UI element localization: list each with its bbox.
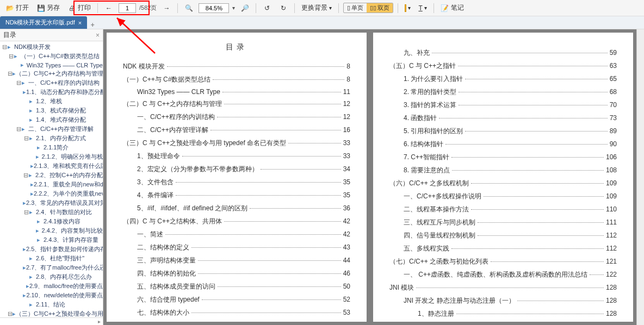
outline-node[interactable]: ⊟▸一、C/C++程序的内训结构 [0, 78, 103, 88]
toggle-icon[interactable]: ⊟ [8, 310, 13, 317]
single-page-button[interactable]: ▯单页 [344, 3, 367, 12]
toc-entry[interactable]: 一、 C++虚函数、纯虚函数、析构函数及虚析构函数的用法总结122 [389, 270, 617, 279]
toc-entry[interactable]: （三）C 与 C++之预处理命令与用 typedef 命名已有类型33 [123, 139, 350, 148]
toc-entry[interactable]: 4. 函数指针73 [389, 114, 617, 123]
outline-node[interactable]: ▸1.3、栈式存储分配 [0, 106, 103, 115]
outline-node[interactable]: ▸2.2.1、重载全局的new和d [0, 180, 103, 189]
note-button[interactable]: 📝笔记 [438, 2, 466, 14]
outline-node[interactable]: ⊟▸2.2、控制C++的内存分配 [0, 171, 103, 180]
outline-node[interactable]: ▸2.1.1简介 [0, 143, 103, 152]
open-button[interactable]: 📂打开 [3, 2, 31, 14]
toc-entry[interactable]: 二、结构体的定义43 [123, 243, 350, 252]
outline-node[interactable]: ▸2.1.2、明确区分堆与栈 [0, 152, 103, 161]
outline-node[interactable]: ▸2.11、结论 [0, 300, 103, 309]
toc-entry[interactable]: 3. 指针的算术运算70 [389, 101, 617, 110]
outline-node[interactable]: ▸2.10、new/delete的使用要点 [0, 291, 103, 300]
zoom-input[interactable] [199, 3, 229, 13]
toc-entry[interactable]: 三、声明结构体变量44 [123, 256, 350, 265]
toggle-icon[interactable]: ⊟ [23, 209, 29, 216]
toc-entry[interactable]: 七、结构体的大小53 [123, 308, 350, 317]
toc-entry[interactable]: 四、信号量线程控制机制112 [389, 231, 617, 240]
outline-node[interactable]: ⊟▸二、C/C++内存管理详解 [0, 124, 103, 134]
toc-entry[interactable]: 一、C/C++多线程操作说明109 [389, 192, 617, 201]
outline-node[interactable]: ▸2.6、杜绝"野指针" [0, 254, 103, 263]
toc-entry[interactable]: （六）C/C++ 之多线程机制109 [389, 179, 617, 188]
toc-entry[interactable]: 6. 结构体指针90 [389, 140, 617, 149]
toggle-icon[interactable]: ⊟ [1, 43, 8, 51]
document-tab[interactable]: NDk模块开发无水印版.pdf × [0, 16, 87, 29]
toggle-icon[interactable]: ⊟ [23, 172, 29, 179]
zoom-out-button[interactable]: 🔍 [182, 3, 195, 14]
toggle-icon[interactable]: ⊟ [8, 70, 13, 77]
outline-node[interactable]: ⊟▸（三）C与C++之预处理命令与用typed [0, 309, 103, 317]
toc-entry[interactable]: 1. 为什么要引入指针65 [389, 74, 617, 84]
scroll-right-icon[interactable]: ▸ [98, 318, 101, 324]
toc-entry[interactable]: 7. C++智能指针106 [389, 153, 617, 162]
toc-entry[interactable]: （七）C/C++ 之函数与初始化列表121 [389, 257, 617, 266]
toc-entry[interactable]: 二、线程基本操作方法110 [389, 205, 617, 214]
outline-node[interactable]: ▸2.4.1修改内容 [0, 217, 103, 226]
sidebar-close-icon[interactable]: × [96, 32, 100, 39]
toggle-icon[interactable]: ⊟ [15, 126, 22, 133]
rotate-left-button[interactable]: ↺ [261, 3, 274, 14]
toggle-icon[interactable]: ⊟ [23, 135, 29, 142]
outline-node[interactable]: ▸2.4.3、计算内存容量 [0, 235, 103, 245]
save-button[interactable]: 💾另存 [34, 2, 62, 14]
toc-entry[interactable]: 三、线程互斥与同步机制111 [389, 218, 617, 227]
toc-entry[interactable]: （五）C 与 C++之指针63 [389, 61, 617, 71]
toc-entry[interactable]: 3、文件包含35 [123, 178, 350, 187]
toc-entry[interactable]: 一、简述42 [123, 230, 350, 239]
new-tab-button[interactable]: + [87, 21, 98, 29]
toc-entry[interactable]: 六、结合使用 typedef52 [123, 295, 350, 304]
outline-node[interactable]: ⊟▸NDK模块开发 [0, 42, 103, 52]
outline-node[interactable]: ▸1.4、堆式存储分配 [0, 115, 103, 124]
toc-entry[interactable]: 5、#if、#ifdef、#if defined 之间的区别36 [123, 204, 350, 213]
zoom-chevron-icon[interactable]: ▾ [232, 5, 235, 11]
outline-node[interactable]: ▸2.9、malloc/free的使用要点 [0, 282, 103, 291]
rotate-right-button[interactable]: ↻ [277, 3, 290, 14]
toc-entry[interactable]: 八、共用体56 [123, 321, 350, 322]
toc-entry[interactable]: 8. 需要注意的点108 [389, 166, 617, 175]
tab-close-icon[interactable]: × [78, 20, 82, 26]
toc-entry[interactable]: NDK 模块开发8 [123, 62, 350, 71]
outline-node[interactable]: ▸2.4.2、内容复制与比较 [0, 226, 103, 235]
outline-node[interactable]: ⊟▸2.1、内存分配方式 [0, 134, 103, 143]
toggle-icon[interactable]: ⊟ [15, 79, 22, 86]
toc-entry[interactable]: 一、C/C++程序的内训结构12 [123, 112, 350, 122]
next-page-button[interactable]: → [160, 3, 173, 14]
toc-entry[interactable]: Win32 Types —— CLR Type11 [123, 88, 350, 96]
toc-entry[interactable]: 五、结构体成员变量的访问50 [123, 282, 350, 291]
outline-node[interactable]: ▸2.7、有了malloc/free为什么还 [0, 263, 103, 272]
toc-entry[interactable]: 5. 引用和指针的区别89 [389, 127, 617, 136]
zoom-in-button[interactable]: 🔎 [238, 3, 251, 14]
outline-node[interactable]: ▸2.3、常见的内存错误及其对策 [0, 198, 103, 208]
toc-entry[interactable]: 1、预处理命令33 [123, 152, 350, 161]
outline-node[interactable]: ▸2.8、内存耗尽怎么办 [0, 272, 103, 282]
outline-node[interactable]: ⊟▸（一）C++与C#数据类型总结 [0, 52, 103, 61]
outline-node[interactable]: ▸2.1.3、堆和栈究竟有什么区 [0, 161, 103, 171]
toc-entry[interactable]: 二、C/C++内存管理详解16 [123, 126, 350, 135]
highlight-button[interactable]: ▾ [403, 3, 413, 13]
outline-node[interactable]: ▸2.2.2、为单个的类重载nev [0, 189, 103, 198]
outline-node[interactable]: ⊟▸2.4、针与数组的对比 [0, 208, 103, 217]
toc-entry[interactable]: JNI 模块128 [389, 283, 617, 292]
toc-entry[interactable]: （二）C 与 C++之内存结构与管理12 [123, 99, 350, 109]
toc-entry[interactable]: 1、静态注册128 [389, 309, 617, 318]
toc-entry[interactable]: 五、多线程实践112 [389, 244, 617, 253]
background-button[interactable]: 更换背景 ▾ [299, 2, 334, 14]
outline-node[interactable]: ▸1.2、堆栈 [0, 97, 103, 106]
toc-entry[interactable]: （一）C++与 C#数据类型总结8 [123, 75, 350, 84]
toc-entry[interactable]: JNI 开发之 静态注册与动态注册（一）128 [389, 296, 617, 305]
outline-node[interactable]: ⊟▸（二）C与C++之内存结构与管理 [0, 69, 103, 78]
outline-node[interactable]: ▸Win32 Types —— CLR Type [0, 61, 103, 69]
toc-entry[interactable]: 2、宏定义（分为带参数与不带参数两种）34 [123, 165, 350, 174]
toggle-icon[interactable]: ⊟ [8, 53, 14, 60]
outline-node[interactable]: ▸2.5、指针参数是如何传递内存 [0, 245, 103, 254]
outline-node[interactable]: ▸1.1、动态分配内存和静态分配 [0, 88, 103, 97]
toc-entry[interactable]: （四）C 与 C++之结构体、共用体42 [123, 217, 350, 226]
toc-entry[interactable]: 九、补充59 [389, 48, 617, 58]
toc-entry[interactable]: 四、结构体的初始化46 [123, 269, 350, 278]
text-tool-button[interactable]: T▾ [416, 3, 429, 13]
double-page-button[interactable]: ▯▯双页 [367, 3, 393, 12]
toc-entry[interactable]: 4、条件编译35 [123, 191, 350, 200]
